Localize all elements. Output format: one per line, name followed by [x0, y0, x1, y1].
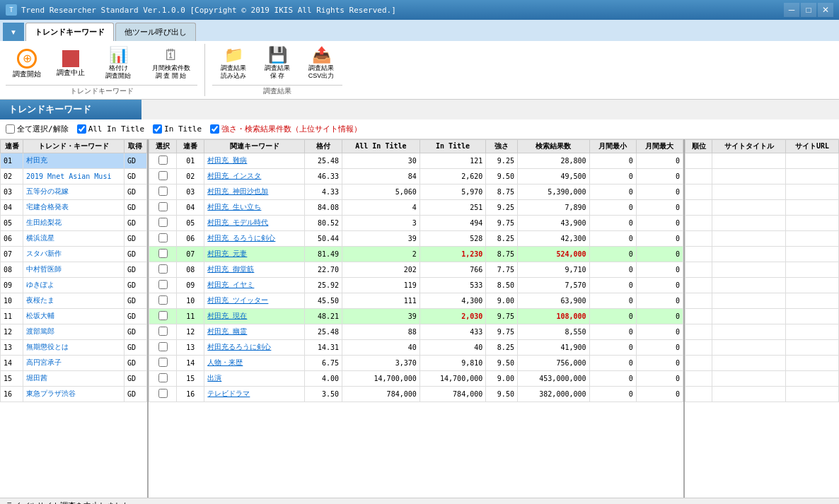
- right-table-row[interactable]: 04 村田充 生い立ち 84.08 4 251 9.25 7,890 0 0: [149, 199, 683, 215]
- trend-keyword-link[interactable]: 無期懲役とは: [26, 343, 69, 351]
- row-checkbox[interactable]: [158, 342, 168, 351]
- right-table-row[interactable]: 10 村田充 ツイッター 45.50 111 4,300 9.00 63,900…: [149, 293, 683, 308]
- tab-dropdown-button[interactable]: ▼: [3, 23, 24, 41]
- right-cell-sel[interactable]: [149, 230, 177, 246]
- right-table-row[interactable]: 01 村田充 難病 25.48 30 121 9.25 28,800 0 0: [149, 153, 683, 168]
- keyword-link[interactable]: 村田充 イヤミ: [207, 281, 254, 288]
- save-button[interactable]: 💾 調査結果保 存: [256, 44, 299, 83]
- row-checkbox[interactable]: [158, 233, 168, 242]
- right-cell-sel[interactable]: [149, 324, 177, 339]
- right-cell-sel[interactable]: [149, 184, 177, 199]
- left-table-row[interactable]: 13 無期懲役とは GD: [1, 339, 147, 355]
- right-table-row[interactable]: 15 出演 4.00 14,700,000 14,700,000 9.00 45…: [149, 370, 683, 386]
- right-cell-sel[interactable]: [149, 153, 177, 168]
- left-table-row[interactable]: 05 生田絵梨花 GD: [1, 215, 147, 230]
- keyword-link[interactable]: 人物・来歴: [207, 358, 243, 366]
- keyword-link[interactable]: 村田充 現在: [207, 312, 247, 320]
- checkbox-group-select-all[interactable]: 全て選択/解除: [6, 124, 69, 134]
- tab-trend-keyword[interactable]: トレンドキーワード: [25, 23, 114, 41]
- left-table-row[interactable]: 14 高円宮承子 GD: [1, 355, 147, 370]
- right-cell-sel[interactable]: [149, 339, 177, 355]
- trend-keyword-link[interactable]: 2019 Mnet Asian Musi: [26, 172, 111, 180]
- keyword-link[interactable]: 村田充 生い立ち: [207, 203, 261, 211]
- keyword-link[interactable]: 村田充 御堂筋: [207, 265, 254, 273]
- right-table-scroll[interactable]: 選択 連番 関連キーワード 格付 All In Title In Title 強…: [149, 139, 683, 498]
- trend-keyword-link[interactable]: 宅建合格発表: [26, 203, 69, 211]
- row-checkbox[interactable]: [158, 202, 168, 211]
- checkbox-group-all-in-title[interactable]: All In Title: [77, 124, 144, 134]
- trend-keyword-link[interactable]: 渡部篤郎: [26, 327, 54, 335]
- right-table-row[interactable]: 12 村田充 幽霊 25.48 88 433 9.75 8,550 0 0: [149, 324, 683, 339]
- trend-keyword-link[interactable]: ゆきぽよ: [26, 281, 54, 288]
- row-checkbox[interactable]: [158, 264, 168, 274]
- keyword-link[interactable]: 村田充 幽霊: [207, 327, 247, 335]
- trend-keyword-link[interactable]: 中村哲医師: [26, 265, 62, 273]
- left-table-row[interactable]: 15 堀田茜 GD: [1, 370, 147, 386]
- select-all-checkbox[interactable]: [6, 124, 15, 134]
- all-in-title-checkbox[interactable]: [77, 124, 86, 134]
- row-checkbox[interactable]: [158, 156, 168, 165]
- trend-keyword-link[interactable]: 夜桜たま: [26, 296, 54, 304]
- row-checkbox[interactable]: [158, 218, 168, 227]
- right-cell-sel[interactable]: [149, 370, 177, 386]
- right-cell-sel[interactable]: [149, 386, 177, 402]
- right-table-row[interactable]: 14 人物・来歴 6.75 3,370 9,810 9.50 756,000 0…: [149, 355, 683, 370]
- right-table-row[interactable]: 08 村田充 御堂筋 22.70 202 766 7.75 9,710 0 0: [149, 262, 683, 277]
- left-table-row[interactable]: 06 横浜流星 GD: [1, 230, 147, 246]
- keyword-link[interactable]: 村田充 インスタ: [207, 172, 261, 180]
- format-start-button[interactable]: 📊 格付け調査開始: [93, 44, 143, 83]
- left-table-scroll[interactable]: 連番 トレンド・キーワード 取得 01 村田充 GD 02 2019 Mnet …: [0, 139, 147, 498]
- keyword-link[interactable]: 村田充 モデル時代: [207, 218, 268, 226]
- right-cell-sel[interactable]: [149, 246, 177, 262]
- keyword-link[interactable]: 村田充 ツイッター: [207, 296, 268, 304]
- right-cell-sel[interactable]: [149, 199, 177, 215]
- right-cell-sel[interactable]: [149, 262, 177, 277]
- csv-button[interactable]: 📤 調査結果CSV出力: [300, 44, 342, 83]
- right-table-row[interactable]: 16 テレビドラマ 3.50 784,000 784,000 9.50 382,…: [149, 386, 683, 402]
- left-table-row[interactable]: 07 スタバ新作 GD: [1, 246, 147, 262]
- trend-keyword-link[interactable]: スタバ新作: [26, 250, 62, 257]
- right-table-row[interactable]: 05 村田充 モデル時代 80.52 3 494 9.75 43,900 0 0: [149, 215, 683, 230]
- in-title-checkbox[interactable]: [153, 124, 162, 134]
- trend-keyword-link[interactable]: 堀田茜: [26, 374, 47, 382]
- row-checkbox[interactable]: [158, 280, 168, 289]
- far-right-scroll[interactable]: 順位 サイトタイトル サイトURL: [685, 139, 839, 498]
- trend-keyword-link[interactable]: 高円宮承子: [26, 358, 62, 366]
- row-checkbox[interactable]: [158, 327, 168, 336]
- trend-keyword-link[interactable]: 横浜流星: [26, 234, 54, 242]
- checkbox-group-in-title[interactable]: In Title: [153, 124, 202, 134]
- right-table-row[interactable]: 02 村田充 インスタ 46.33 84 2,620 9.50 49,500 0…: [149, 168, 683, 184]
- keyword-link[interactable]: 村田充るろうに剣心: [207, 343, 271, 351]
- left-table-row[interactable]: 09 ゆきぽよ GD: [1, 277, 147, 293]
- right-cell-sel[interactable]: [149, 308, 177, 324]
- maximize-button[interactable]: □: [801, 3, 816, 17]
- trend-keyword-link[interactable]: 松坂大輔: [26, 312, 54, 320]
- right-cell-sel[interactable]: [149, 215, 177, 230]
- strength-checkbox[interactable]: [210, 124, 219, 134]
- checkbox-group-strength[interactable]: 強さ・検索結果件数（上位サイト情報）: [210, 124, 361, 134]
- right-table-row[interactable]: 11 村田充 現在 48.21 39 2,030 9.75 108,000 0 …: [149, 308, 683, 324]
- keyword-link[interactable]: 出演: [207, 374, 221, 382]
- row-checkbox[interactable]: [158, 295, 168, 305]
- close-button[interactable]: ✕: [818, 3, 833, 17]
- keyword-link[interactable]: 村田充 神田沙也加: [207, 187, 268, 195]
- load-button[interactable]: 📁 調査結果読み込み: [212, 44, 255, 83]
- right-cell-sel[interactable]: [149, 355, 177, 370]
- row-checkbox[interactable]: [158, 373, 168, 382]
- right-cell-sel[interactable]: [149, 277, 177, 293]
- keyword-link[interactable]: 村田充 難病: [207, 156, 247, 164]
- monthly-button[interactable]: 🗓 月間検索件数調 査 開 始: [144, 44, 197, 83]
- left-table-row[interactable]: 12 渡部篤郎 GD: [1, 324, 147, 339]
- row-checkbox[interactable]: [158, 171, 168, 180]
- row-checkbox[interactable]: [158, 358, 168, 367]
- row-checkbox[interactable]: [158, 187, 168, 196]
- minimize-button[interactable]: ─: [784, 3, 799, 17]
- trend-keyword-link[interactable]: 東急プラザ渋谷: [26, 389, 76, 397]
- right-table-row[interactable]: 09 村田充 イヤミ 25.92 119 533 8.50 7,570 0 0: [149, 277, 683, 293]
- trend-keyword-link[interactable]: 五等分の花嫁: [26, 187, 69, 195]
- row-checkbox[interactable]: [158, 311, 168, 320]
- left-table-row[interactable]: 03 五等分の花嫁 GD: [1, 184, 147, 199]
- right-table-row[interactable]: 13 村田充るろうに剣心 14.31 40 40 8.25 41,900 0 0: [149, 339, 683, 355]
- trend-keyword-link[interactable]: 生田絵梨花: [26, 218, 62, 226]
- right-table-row[interactable]: 03 村田充 神田沙也加 4.33 5,060 5,970 8.75 5,390…: [149, 184, 683, 199]
